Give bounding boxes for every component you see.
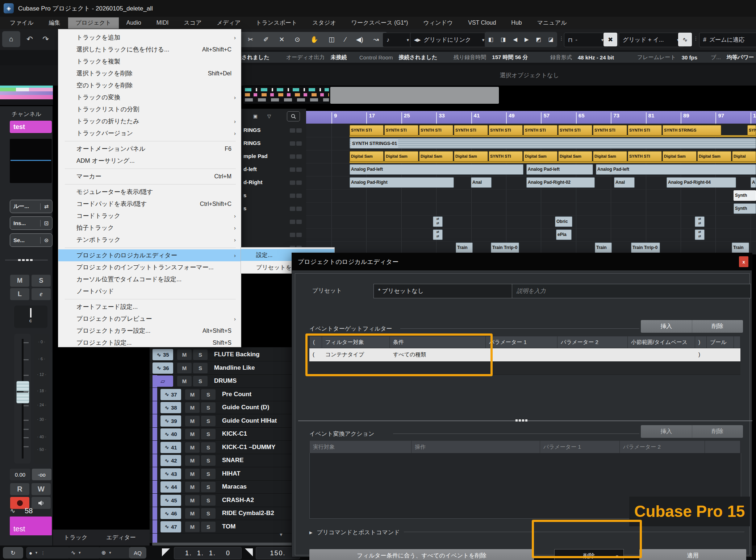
pre-post-commands[interactable]: ▶ プリコマンドとポストコマンド xyxy=(309,529,400,536)
filter-header-cell[interactable]: パラメーター 1 xyxy=(486,336,557,348)
zoom-tool-icon[interactable]: ⊙ xyxy=(295,36,300,43)
timeline-clip[interactable]: SYNTH STI xyxy=(384,125,418,136)
panel-splitter[interactable] xyxy=(5,260,48,260)
solo-button[interactable]: S xyxy=(201,442,216,453)
upper-ms-icon[interactable] xyxy=(296,181,302,185)
menu-item[interactable]: トラックバージョン› xyxy=(58,127,241,139)
track-number-box[interactable]: ∿40 xyxy=(160,428,181,440)
solo-button[interactable]: S xyxy=(193,349,208,360)
track-number-box[interactable]: ∿45 xyxy=(160,495,181,506)
timeline-clip[interactable]: SYNTH STI xyxy=(628,151,662,162)
snap-type-dropdown[interactable]: グリッド + イ...▼ xyxy=(619,33,684,47)
curve-grid-icon[interactable]: ∿ xyxy=(678,33,692,46)
timeline-clip[interactable]: Train Trrip-0 xyxy=(631,242,660,253)
routing-button[interactable]: ルー...⇄ xyxy=(10,200,53,213)
timeline-clip[interactable]: SYNTH STI xyxy=(489,151,523,162)
timeline-clip[interactable] xyxy=(433,229,443,240)
menu-item[interactable]: ノートパッド xyxy=(58,285,241,297)
color-menu-button[interactable]: ♪▼ xyxy=(383,33,414,47)
timeline-clip[interactable]: SYNTH xyxy=(747,125,756,136)
track-number-box[interactable]: ∿36 xyxy=(153,362,173,374)
timeline-ruler[interactable]: 9172533414957657381899710 xyxy=(306,111,756,124)
filter-empty-cell[interactable] xyxy=(628,361,695,375)
trim-end-left-icon[interactable]: ◩ xyxy=(536,36,541,43)
mute-button[interactable]: M xyxy=(185,508,200,519)
snap-toggle-icon[interactable]: ✖ xyxy=(603,33,617,46)
timeline-clip[interactable]: SYNTH STI xyxy=(419,125,453,136)
mute-button[interactable]: M xyxy=(185,495,200,506)
undo-icon[interactable]: ↶ xyxy=(22,31,38,47)
filter-header-cell[interactable]: パラメーター 2 xyxy=(557,336,628,348)
menu-item[interactable]: 空のトラックを削除 xyxy=(58,79,241,91)
pan-control[interactable]: c xyxy=(14,306,47,328)
upper-ms-icon[interactable] xyxy=(290,220,295,224)
mute-tool-icon[interactable]: ◫ xyxy=(329,36,335,43)
project-overview[interactable] xyxy=(243,86,499,104)
timeline-clip[interactable]: Digital Sam xyxy=(697,151,731,162)
upper-ms-icon[interactable] xyxy=(290,128,295,133)
erase-tool-icon[interactable]: ✕ xyxy=(279,36,284,43)
toolbar-more2-icon[interactable]: ⋮ xyxy=(693,36,698,41)
timeline-clip[interactable]: Analog Pad-Right-02 xyxy=(526,177,595,188)
timeline-clip[interactable]: Digital Sam xyxy=(663,151,697,162)
timeline-clip[interactable]: Digital Sam xyxy=(384,151,418,162)
solo-button[interactable]: S xyxy=(201,416,216,426)
filter-empty-cell[interactable] xyxy=(557,361,628,375)
menubar-item-8[interactable]: スタジオ xyxy=(305,17,344,29)
nudge-left-icon[interactable]: ◀ xyxy=(513,36,517,43)
menu-item[interactable]: プロジェクトのプレビュー› xyxy=(58,313,241,325)
upper-ms-icon[interactable] xyxy=(290,207,295,211)
mute-button[interactable]: M xyxy=(185,442,200,453)
menu-item[interactable]: プロジェクト設定...Shift+S xyxy=(58,337,241,349)
upper-ms-icon[interactable] xyxy=(296,220,302,224)
track-number-box[interactable]: ∿35 xyxy=(153,349,173,360)
overview-visible-window[interactable] xyxy=(330,87,499,104)
mute-button[interactable]: M xyxy=(185,522,200,532)
track-row[interactable]: ▱MSDRUMS xyxy=(150,375,306,388)
upper-ms-icon[interactable] xyxy=(296,141,302,146)
menubar-item-10[interactable]: ウィンドウ xyxy=(415,17,460,29)
solo-button[interactable]: S xyxy=(201,495,216,506)
edit-channel-button[interactable]: e xyxy=(32,288,51,300)
auto-quantize-button[interactable]: AQ xyxy=(129,547,146,559)
folder-icon[interactable]: ▱ xyxy=(153,376,173,387)
dialog-splitter[interactable] xyxy=(298,420,752,421)
filter-insert-button[interactable]: 挿入 xyxy=(641,320,692,333)
write-automation-button[interactable]: W xyxy=(32,483,51,495)
tracklist-caret-icon[interactable]: ▼ xyxy=(279,532,283,537)
timeline-clip[interactable]: Train Trrip-0 xyxy=(491,242,519,253)
track-number-box[interactable]: ∿44 xyxy=(160,481,181,493)
search-icon[interactable] xyxy=(287,111,300,121)
dialog-title-bar[interactable]: プロジェクトのロジカルエディター xyxy=(292,253,752,270)
track-number-box[interactable]: ∿46 xyxy=(160,508,181,519)
timeline-clip[interactable]: Digital Sam xyxy=(419,151,453,162)
menu-item[interactable]: プロジェクトのインプットトランスフォーマー... xyxy=(58,261,241,273)
track-picture-icon[interactable]: ▣ xyxy=(250,111,261,121)
mute-button[interactable]: M xyxy=(177,349,192,360)
track-row[interactable]: ∿47MSTOM xyxy=(150,521,306,534)
menu-item[interactable]: トラックを複製 xyxy=(58,55,241,67)
sends-button[interactable]: Se...⊙ xyxy=(10,233,53,247)
nudge-right-icon[interactable]: ▶ xyxy=(525,36,529,43)
timeline-clip[interactable]: Train xyxy=(732,242,749,253)
left-locator-icon[interactable] xyxy=(162,548,170,556)
track-number-box[interactable]: ∿39 xyxy=(160,415,181,427)
timeline-clip[interactable]: A xyxy=(751,177,756,188)
home-icon[interactable]: ⌂ xyxy=(2,31,20,47)
glue-tool-icon[interactable]: ✐ xyxy=(263,36,269,43)
volume-fader[interactable] xyxy=(14,334,31,464)
timeline-clip[interactable]: SYNTH STI xyxy=(523,125,557,136)
menu-item[interactable]: 選択したトラックに色を付ける...Alt+Shift+C xyxy=(58,43,241,55)
solo-button[interactable]: S xyxy=(201,455,216,466)
action-delete-button[interactable]: 削除 xyxy=(692,425,743,438)
menubar-item-13[interactable]: マニュアル xyxy=(530,17,575,29)
channel-track-name[interactable]: test xyxy=(10,121,52,133)
menubar-item-4[interactable]: MIDI xyxy=(149,18,176,28)
transport-position[interactable]: 1. 1. 1. 0 xyxy=(174,547,242,559)
track-row[interactable]: ∿39MSGuide Count HIHat xyxy=(150,415,306,428)
filter-row-cell[interactable] xyxy=(557,348,628,361)
timeline-clip[interactable]: Analog Pad-Right xyxy=(350,177,454,188)
timeline-clip[interactable]: Synth xyxy=(734,190,756,201)
selected-track-chip[interactable]: test xyxy=(10,517,52,535)
filter-row-cell[interactable]: ) xyxy=(695,348,707,361)
